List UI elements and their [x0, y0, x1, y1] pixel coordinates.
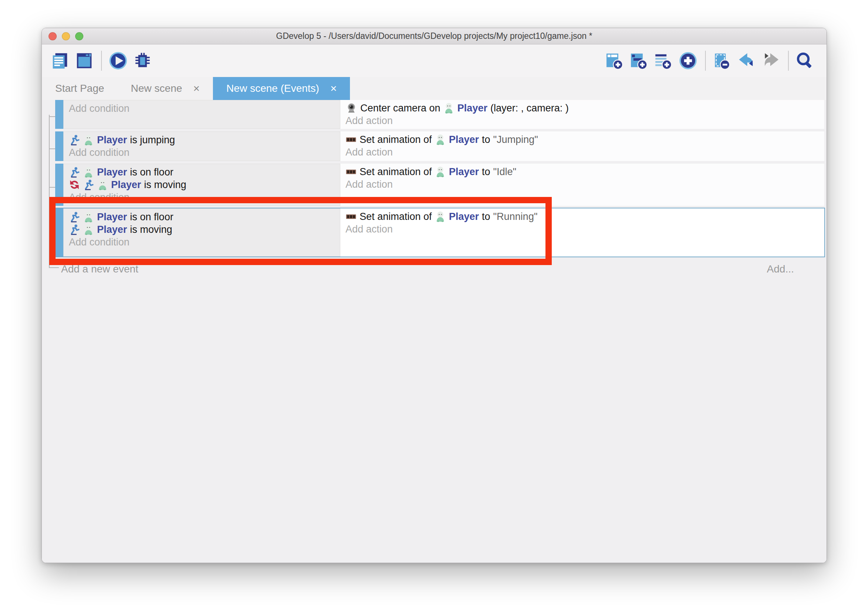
redo-button[interactable]	[761, 50, 782, 71]
editor-tabs: Start Page New scene × New scene (Events…	[42, 77, 827, 100]
event-row-selected[interactable]: Player is on floor Player is moving Add …	[55, 208, 824, 256]
window-controls	[49, 32, 83, 40]
play-button[interactable]	[108, 50, 129, 71]
animation-icon	[346, 134, 357, 145]
remove-event-icon	[712, 51, 732, 71]
actions-cell[interactable]: Set animation of Player to "Running" Add…	[340, 208, 824, 256]
close-window-button[interactable]	[49, 32, 57, 40]
condition[interactable]: Player is moving	[69, 223, 335, 236]
object-name: Player	[97, 134, 127, 146]
event-row[interactable]: Player is on floor Player is moving Add …	[55, 163, 824, 206]
event-marker-bar[interactable]	[55, 100, 63, 129]
search-events-button[interactable]	[795, 50, 815, 71]
action[interactable]: Set animation of Player to "Idle"	[346, 165, 819, 178]
add-condition-link[interactable]: Add condition	[69, 237, 130, 248]
project-manager-button[interactable]	[49, 50, 70, 71]
action-value: "Jumping"	[493, 134, 538, 146]
condition-text: is moving	[144, 179, 186, 191]
close-tab-icon[interactable]: ×	[330, 83, 337, 94]
gdevelop-window: GDevelop 5 - /Users/david/Documents/GDev…	[41, 28, 827, 563]
project-manager-icon	[50, 51, 70, 71]
object-name: Player	[97, 224, 127, 236]
actions-cell[interactable]: Set animation of Player to "Jumping" Add…	[340, 131, 824, 161]
player-object-icon	[435, 134, 446, 145]
event-row[interactable]: Player is jumping Add condition Set anim…	[55, 131, 824, 161]
scene-editor-button[interactable]	[74, 50, 94, 71]
player-object-icon	[435, 166, 446, 177]
zoom-window-button[interactable]	[75, 32, 83, 40]
toolbar-separator	[101, 51, 102, 71]
event-marker-bar[interactable]	[55, 163, 63, 206]
close-tab-icon[interactable]: ×	[193, 83, 200, 94]
add-more-link[interactable]: Add...	[767, 263, 794, 275]
main-toolbar	[42, 44, 827, 77]
add-condition-link[interactable]: Add condition	[69, 192, 130, 203]
delete-selection-button[interactable]	[712, 50, 733, 71]
window-titlebar[interactable]: GDevelop 5 - /Users/david/Documents/GDev…	[42, 28, 827, 44]
add-comment-icon	[654, 51, 674, 71]
action[interactable]: Center camera on Player (layer: , camera…	[346, 102, 819, 115]
condition[interactable]: Player is jumping	[69, 134, 335, 146]
add-subevent-icon	[629, 51, 649, 71]
action-text: to	[482, 166, 490, 178]
toolbar-separator	[788, 51, 789, 71]
event-marker-bar[interactable]	[55, 208, 63, 256]
events-sheet: Add condition Center camera on Player (l…	[42, 100, 827, 563]
actions-cell[interactable]: Center camera on Player (layer: , camera…	[340, 100, 824, 129]
add-event-icon	[605, 51, 625, 71]
action-text: Set animation of	[360, 134, 432, 146]
undo-icon	[736, 51, 756, 71]
minimize-window-button[interactable]	[62, 32, 70, 40]
event-row[interactable]: Add condition Center camera on Player (l…	[55, 100, 824, 129]
condition[interactable]: Player is on floor	[69, 211, 335, 223]
conditions-cell[interactable]: Player is on floor Player is moving Add …	[63, 208, 340, 256]
action-text: to	[482, 134, 490, 146]
event-marker-bar[interactable]	[55, 131, 63, 161]
conditions-cell[interactable]: Player is jumping Add condition	[63, 131, 340, 161]
events-sheet-footer: Add a new event Add...	[61, 263, 827, 275]
add-condition-link[interactable]: Add condition	[69, 147, 130, 159]
add-action-link[interactable]: Add action	[346, 115, 393, 127]
add-comment-button[interactable]	[653, 50, 674, 71]
player-object-icon	[83, 211, 94, 223]
add-condition-link[interactable]: Add condition	[69, 103, 130, 115]
actions-cell[interactable]: Set animation of Player to "Idle" Add ac…	[340, 163, 824, 206]
action[interactable]: Set animation of Player to "Running"	[346, 210, 819, 223]
tab-start-page[interactable]: Start Page	[42, 77, 117, 100]
debug-button[interactable]	[132, 50, 153, 71]
condition-text: is jumping	[130, 134, 175, 146]
add-new-event-link[interactable]: Add a new event	[61, 263, 138, 275]
platformer-behavior-icon	[83, 179, 94, 190]
player-object-icon	[435, 211, 446, 222]
object-name: Player	[97, 211, 127, 223]
add-circle-icon	[678, 51, 698, 71]
add-action-link[interactable]: Add action	[346, 146, 393, 158]
object-name: Player	[97, 167, 127, 178]
conditions-cell[interactable]: Add condition	[63, 100, 340, 129]
add-subevent-button[interactable]	[629, 50, 649, 71]
action-text: to	[482, 211, 490, 223]
condition-text: is on floor	[130, 167, 173, 178]
action-text: (layer: , camera: )	[490, 102, 569, 114]
add-action-link[interactable]: Add action	[346, 223, 393, 235]
conditions-cell[interactable]: Player is on floor Player is moving Add …	[63, 163, 340, 206]
action-value: "Idle"	[493, 166, 517, 178]
object-name: Player	[111, 179, 141, 191]
add-action-link[interactable]: Add action	[346, 179, 393, 190]
animation-icon	[346, 211, 357, 222]
player-object-icon	[83, 134, 94, 146]
action-text: Set animation of	[360, 211, 432, 223]
platformer-behavior-icon	[69, 167, 80, 178]
add-other-event-button[interactable]	[678, 50, 698, 71]
condition-text: is moving	[130, 224, 172, 236]
tab-new-scene[interactable]: New scene ×	[117, 77, 213, 100]
tab-new-scene-events[interactable]: New scene (Events) ×	[213, 77, 350, 100]
add-event-button[interactable]	[604, 50, 625, 71]
action-text: Set animation of	[360, 166, 432, 178]
condition[interactable]: Player is on floor	[69, 166, 335, 178]
condition-text: is on floor	[130, 211, 173, 223]
platformer-behavior-icon	[69, 134, 80, 146]
undo-button[interactable]	[736, 50, 757, 71]
condition[interactable]: Player is moving	[69, 178, 335, 191]
action[interactable]: Set animation of Player to "Jumping"	[346, 133, 819, 146]
